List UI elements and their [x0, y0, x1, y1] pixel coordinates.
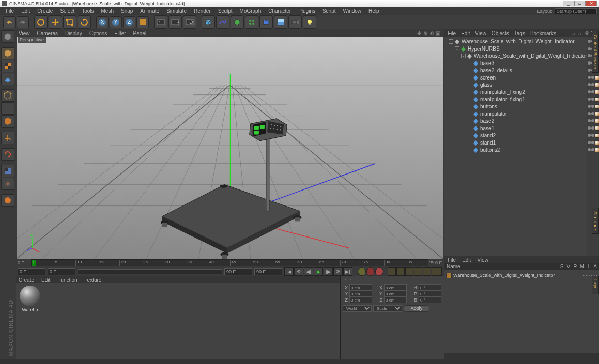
view-menu-filter[interactable]: Filter	[114, 30, 126, 36]
locked-workplane-button[interactable]	[1, 194, 14, 207]
cube-primitive-button[interactable]	[202, 15, 215, 29]
vis-editor-dot[interactable]	[588, 148, 591, 151]
tree-row[interactable]: buttons	[444, 103, 587, 110]
nav-rotate-icon[interactable]: ⟲	[429, 30, 435, 36]
coord-size-field[interactable]	[384, 284, 407, 291]
snap-toggle-button[interactable]	[1, 178, 14, 190]
coord-space-select[interactable]: World	[343, 305, 372, 312]
viewport-solo-button[interactable]	[1, 165, 14, 177]
key-all-button[interactable]	[432, 267, 442, 276]
mat-menu-create[interactable]: Create	[19, 277, 34, 283]
attr-scrollbar[interactable]	[444, 353, 599, 359]
menu-character[interactable]: Character	[265, 8, 295, 14]
axis-mode-button[interactable]	[1, 132, 14, 144]
nurbs-button[interactable]	[231, 15, 244, 29]
material-swatch[interactable]: Wareho	[18, 286, 42, 312]
tree-row[interactable]: base1	[444, 124, 587, 132]
om-eye-icon[interactable]: 👁	[585, 30, 590, 36]
tree-row[interactable]: base3	[444, 59, 587, 67]
om-search-icon[interactable]: ⌕	[572, 30, 577, 36]
menu-animate[interactable]: Animate	[136, 8, 163, 14]
model-mode-button[interactable]	[1, 47, 14, 59]
vis-editor-dot[interactable]	[588, 76, 591, 79]
prev-frame-button[interactable]: ◀|	[304, 267, 313, 276]
spline-button[interactable]	[216, 15, 229, 29]
tab-structure[interactable]: Structure	[592, 208, 599, 234]
menu-edit[interactable]: Edit	[18, 8, 34, 14]
menu-create[interactable]: Create	[34, 8, 56, 14]
key-pos-button[interactable]	[388, 267, 396, 276]
menu-tools[interactable]: Tools	[78, 8, 97, 14]
environment-button[interactable]	[274, 15, 287, 29]
tree-expand-icon[interactable]: -	[449, 39, 453, 44]
menu-plugins[interactable]: Plugins	[295, 8, 319, 14]
undo-button[interactable]	[3, 16, 16, 28]
coord-pos-field[interactable]	[349, 284, 372, 291]
tree-expand-icon[interactable]: -	[455, 46, 459, 51]
vis-editor-dot[interactable]	[588, 126, 591, 130]
om-menu-view[interactable]: View	[475, 30, 486, 36]
mat-menu-texture[interactable]: Texture	[85, 277, 102, 283]
tab-layer[interactable]: Layer	[592, 276, 599, 295]
polygons-mode-button[interactable]	[1, 115, 14, 128]
vis-editor-dot[interactable]	[588, 90, 591, 93]
view-menu-options[interactable]: Options	[89, 30, 107, 36]
vis-editor-dot[interactable]	[588, 40, 591, 43]
frame-preview-end-field[interactable]	[224, 268, 252, 275]
material-list[interactable]: Wareho	[16, 283, 340, 359]
tree-row[interactable]: stand1	[444, 139, 587, 146]
attr-menu-view[interactable]: View	[477, 257, 488, 263]
frame-preview-start-field[interactable]	[48, 268, 75, 275]
tree-row[interactable]: manipulator_fixing2	[444, 88, 587, 96]
tree-row[interactable]: -Warehouse_Scale_with_Digital_Weight_Ind…	[444, 52, 587, 59]
render-settings-button[interactable]	[183, 15, 196, 29]
attr-col-s[interactable]: S	[560, 264, 564, 270]
object-tree[interactable]: -Warehouse_Scale_with_Digital_Weight_Ind…	[444, 37, 599, 256]
tree-row[interactable]: screen	[444, 74, 587, 81]
light-button[interactable]	[303, 15, 316, 29]
view-menu-display[interactable]: Display	[65, 30, 82, 36]
vis-editor-dot[interactable]	[588, 83, 591, 86]
nav-zoom-icon[interactable]: ⊕	[423, 30, 428, 36]
make-editable-button[interactable]	[1, 30, 14, 43]
menu-script[interactable]: Script	[319, 8, 340, 14]
attr-layer-row[interactable]: Warehouse_Scale_with_Digital_Weight_Indi…	[446, 272, 597, 279]
y-axis-button[interactable]: Y	[110, 16, 122, 28]
om-menu-file[interactable]: File	[448, 30, 456, 36]
viewport-perspective[interactable]: y	[17, 37, 443, 259]
mat-menu-function[interactable]: Function	[57, 277, 77, 283]
apply-button[interactable]: Apply	[404, 305, 429, 312]
nav-move-icon[interactable]: ✥	[417, 30, 422, 36]
redo-button[interactable]	[17, 16, 29, 28]
menu-help[interactable]: Help	[365, 8, 383, 14]
edges-mode-button[interactable]	[1, 102, 14, 115]
vis-editor-dot[interactable]	[588, 105, 591, 108]
attr-menu-file[interactable]: File	[448, 257, 456, 263]
menu-mograph[interactable]: MoGraph	[236, 8, 265, 14]
nav-toggle-icon[interactable]: ▣	[436, 30, 441, 36]
menu-sculpt[interactable]: Sculpt	[214, 8, 236, 14]
coord-size-field[interactable]	[384, 297, 407, 303]
attr-col-r[interactable]: R	[573, 264, 577, 270]
render-picture-button[interactable]	[168, 15, 182, 29]
keyselection-button[interactable]	[375, 267, 383, 276]
view-menu-view[interactable]: View	[19, 30, 30, 36]
tab-content-browser[interactable]: Content Browser	[592, 31, 599, 73]
layout-select[interactable]	[555, 8, 597, 14]
rotate-button[interactable]	[78, 15, 91, 29]
play-button[interactable]: ▶	[314, 267, 323, 276]
view-menu-panel[interactable]: Panel	[133, 30, 147, 36]
minimize-button[interactable]: _	[563, 1, 574, 6]
frame-end-field[interactable]	[254, 268, 282, 275]
vis-editor-dot[interactable]	[588, 134, 591, 137]
coord-grip-icon[interactable]: ⋮⋮	[343, 278, 353, 283]
vis-editor-dot[interactable]	[588, 119, 591, 122]
move-button[interactable]	[49, 15, 62, 29]
goto-start-button[interactable]: |◀	[284, 267, 294, 276]
array-button[interactable]	[245, 15, 258, 29]
coord-mode-select[interactable]: Scale	[373, 305, 402, 312]
vis-editor-dot[interactable]	[588, 98, 591, 101]
om-home-icon[interactable]: ⌂	[578, 30, 583, 36]
key-pla-button[interactable]	[423, 267, 431, 276]
menu-mesh[interactable]: Mesh	[98, 8, 117, 14]
